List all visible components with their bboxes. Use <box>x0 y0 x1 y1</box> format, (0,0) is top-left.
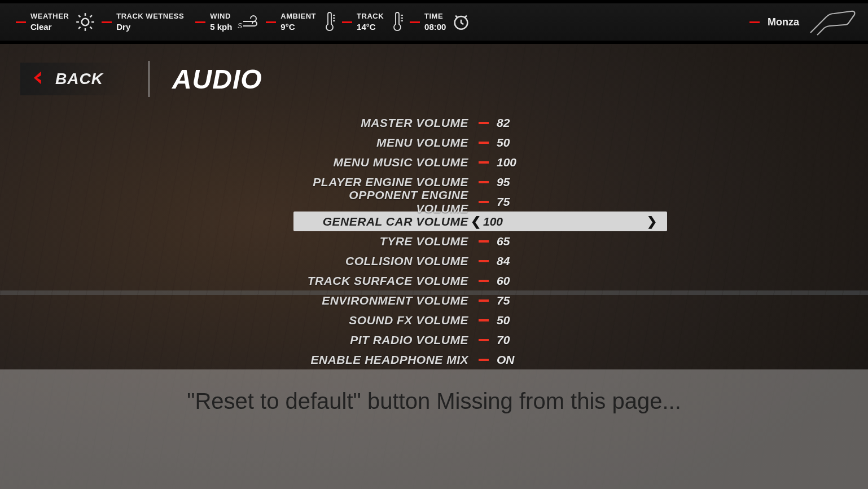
clock-icon <box>451 12 471 32</box>
setting-value: 82 <box>497 116 610 130</box>
track-temp-label: TRACK <box>357 12 384 21</box>
page-title: AUDIO <box>172 64 262 95</box>
back-label: BACK <box>55 70 103 88</box>
svg-line-7 <box>78 27 80 29</box>
setting-row[interactable]: PIT RADIO VOLUME70 <box>293 330 667 350</box>
weather-readout: WEATHER Clear <box>10 12 74 32</box>
setting-value: 50 <box>497 314 610 327</box>
dash-icon <box>479 122 489 124</box>
sun-icon <box>74 11 96 33</box>
wind-icon: S <box>238 14 260 30</box>
track-temp-value: 14°C <box>357 22 384 32</box>
setting-row[interactable]: TRACK SURFACE VOLUME60 <box>293 271 667 290</box>
thermometer-icon <box>389 11 404 33</box>
dash-icon <box>479 299 489 302</box>
dash-icon <box>479 319 489 321</box>
dash-icon <box>102 21 112 23</box>
setting-value: 75 <box>497 195 610 209</box>
weather-label: WEATHER <box>30 12 69 21</box>
wind-value: 5 kph <box>210 22 232 32</box>
dash-icon <box>195 21 205 23</box>
wetness-value: Dry <box>116 22 184 32</box>
weather-value: Clear <box>30 22 69 32</box>
audio-settings-list: MASTER VOLUME82MENU VOLUME50MENU MUSIC V… <box>293 113 667 369</box>
setting-label: MENU VOLUME <box>293 136 468 149</box>
wetness-readout: TRACK WETNESS Dry <box>96 12 190 32</box>
setting-label: SOUND FX VOLUME <box>293 314 468 327</box>
chevron-left-icon[interactable]: ❮ <box>468 214 483 229</box>
setting-value: 95 <box>497 175 610 189</box>
setting-value: 60 <box>497 274 610 288</box>
dash-icon <box>479 280 489 282</box>
setting-row[interactable]: TYRE VOLUME65 <box>293 231 667 251</box>
chevron-left-icon <box>28 68 47 90</box>
setting-row[interactable]: ENABLE HEADPHONE MIXON <box>293 350 667 369</box>
ambient-value: 9°C <box>280 22 316 32</box>
svg-line-8 <box>90 15 92 17</box>
chevron-right-icon[interactable]: ❯ <box>645 214 659 229</box>
svg-line-5 <box>78 15 80 17</box>
page-header: BACK AUDIO <box>20 61 262 97</box>
setting-value: ON <box>497 353 610 367</box>
time-label: TIME <box>424 12 446 21</box>
back-button[interactable]: BACK <box>20 63 126 95</box>
dash-icon <box>16 21 26 23</box>
svg-point-0 <box>82 19 89 26</box>
wind-label: WIND <box>210 12 232 21</box>
dash-icon <box>479 142 489 144</box>
setting-row[interactable]: MENU VOLUME50 <box>293 133 667 152</box>
wind-readout: WIND 5 kph <box>190 12 238 32</box>
annotation-overlay: "Reset to default" button Missing from t… <box>0 369 868 489</box>
setting-label: PLAYER ENGINE VOLUME <box>293 175 468 189</box>
dash-icon <box>342 21 352 23</box>
svg-line-6 <box>90 27 92 29</box>
svg-text:S: S <box>238 22 242 30</box>
track-temp-readout: TRACK 14°C <box>336 12 389 32</box>
setting-value: 50 <box>497 136 610 149</box>
setting-row[interactable]: MASTER VOLUME82 <box>293 113 667 133</box>
setting-label: COLLISION VOLUME <box>293 254 468 268</box>
dash-icon <box>749 21 760 23</box>
dash-icon <box>479 260 489 262</box>
setting-label: MASTER VOLUME <box>293 116 468 130</box>
setting-label: PIT RADIO VOLUME <box>293 333 468 347</box>
dash-icon <box>410 21 420 23</box>
time-value: 08:00 <box>424 22 446 32</box>
ambient-readout: AMBIENT 9°C <box>260 12 322 32</box>
setting-row[interactable]: GENERAL CAR VOLUME❮100❯ <box>293 212 667 231</box>
header-divider <box>148 61 150 97</box>
dash-icon <box>479 339 489 341</box>
dash-icon <box>479 161 489 164</box>
setting-label: ENVIRONMENT VOLUME <box>293 294 468 307</box>
session-info-bar: WEATHER Clear TRACK WETNESS Dry WIND 5 k… <box>0 0 868 44</box>
dash-icon <box>479 359 489 361</box>
setting-label: GENERAL CAR VOLUME <box>293 215 468 228</box>
time-readout: TIME 08:00 <box>404 12 451 32</box>
setting-row[interactable]: COLLISION VOLUME84 <box>293 251 667 271</box>
setting-value: 70 <box>497 333 610 347</box>
thermometer-icon <box>322 11 336 33</box>
setting-row[interactable]: SOUND FX VOLUME50 <box>293 310 667 330</box>
setting-label: TRACK SURFACE VOLUME <box>293 274 468 288</box>
setting-value: 65 <box>497 235 610 248</box>
wetness-label: TRACK WETNESS <box>116 12 184 21</box>
dash-icon <box>479 240 489 243</box>
setting-value: 100 <box>483 215 596 228</box>
setting-value: 75 <box>497 294 610 307</box>
setting-row[interactable]: ENVIRONMENT VOLUME75 <box>293 290 667 310</box>
ambient-label: AMBIENT <box>280 12 316 21</box>
dash-icon <box>479 201 489 203</box>
annotation-text: "Reset to default" button Missing from t… <box>187 389 681 414</box>
setting-value: 84 <box>497 254 610 268</box>
setting-row[interactable]: OPPONENT ENGINE VOLUME75 <box>293 192 667 212</box>
setting-label: ENABLE HEADPHONE MIX <box>293 353 468 367</box>
setting-label: TYRE VOLUME <box>293 235 468 248</box>
setting-value: 100 <box>497 156 610 169</box>
setting-row[interactable]: MENU MUSIC VOLUME100 <box>293 152 667 172</box>
track-map-icon <box>807 6 858 38</box>
setting-label: OPPONENT ENGINE VOLUME <box>293 188 468 215</box>
dash-icon <box>266 21 276 23</box>
track-name: Monza <box>768 16 799 28</box>
dash-icon <box>479 181 489 183</box>
setting-label: MENU MUSIC VOLUME <box>293 156 468 169</box>
